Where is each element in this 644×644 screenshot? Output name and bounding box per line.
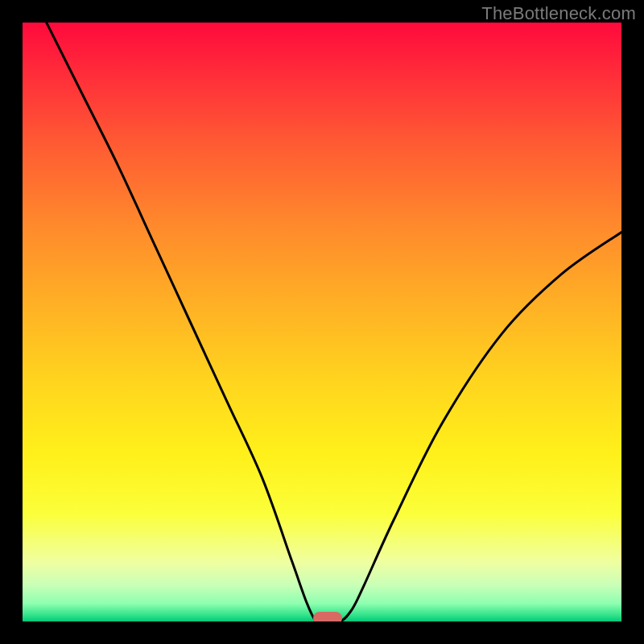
plot-area <box>23 23 621 621</box>
bottleneck-gradient-background <box>23 23 621 621</box>
optimal-point-marker <box>313 612 342 621</box>
attribution-watermark: TheBottleneck.com <box>481 3 636 24</box>
chart-frame: TheBottleneck.com <box>0 0 644 644</box>
